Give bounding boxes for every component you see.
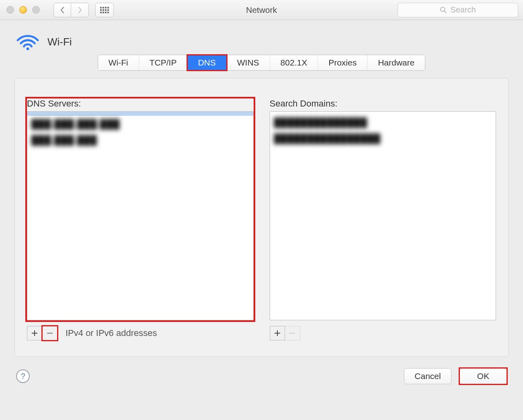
tab-hardware[interactable]: Hardware xyxy=(367,55,425,70)
search-domain-entry[interactable]: ██████████████ xyxy=(274,117,367,128)
help-button[interactable]: ? xyxy=(16,369,30,383)
remove-dns-server-button[interactable] xyxy=(42,326,57,340)
tab-proxies[interactable]: Proxies xyxy=(318,55,367,70)
svg-point-2 xyxy=(27,47,29,50)
close-window-button[interactable] xyxy=(6,6,14,14)
grid-icon xyxy=(100,7,109,13)
tab-strip: Wi-Fi TCP/IP DNS WINS 802.1X Proxies Har… xyxy=(98,55,425,71)
tab-tcpip[interactable]: TCP/IP xyxy=(139,55,188,70)
forward-button[interactable] xyxy=(71,3,89,17)
ok-button[interactable]: OK xyxy=(459,368,507,384)
tabs-container: Wi-Fi TCP/IP DNS WINS 802.1X Proxies Har… xyxy=(0,55,523,71)
titlebar: Network Search xyxy=(0,0,523,20)
wifi-icon xyxy=(16,33,39,51)
search-domains-controls xyxy=(270,326,496,340)
chevron-right-icon xyxy=(77,6,83,14)
dns-server-entry[interactable]: ███.███.███ xyxy=(31,135,97,145)
search-domains-label: Search Domains: xyxy=(270,98,496,109)
search-domains-list[interactable]: ██████████████ ████████████████ xyxy=(270,111,496,320)
minus-icon xyxy=(46,330,53,337)
dns-list-selection-band xyxy=(27,112,253,116)
show-all-button[interactable] xyxy=(95,3,114,17)
dns-servers-controls: IPv4 or IPv6 addresses xyxy=(27,326,254,340)
search-placeholder: Search xyxy=(450,5,476,14)
tab-8021x[interactable]: 802.1X xyxy=(270,55,318,70)
dns-panel: DNS Servers: ███.███.███.███ ███.███.███ xyxy=(14,78,509,357)
add-dns-server-button[interactable] xyxy=(27,326,42,340)
zoom-window-button[interactable] xyxy=(32,6,40,14)
minimize-window-button[interactable] xyxy=(19,6,27,14)
tab-wifi[interactable]: Wi-Fi xyxy=(98,55,139,70)
search-domain-entry[interactable]: ████████████████ xyxy=(274,133,381,144)
plus-icon xyxy=(31,330,38,337)
minus-icon xyxy=(289,330,296,337)
help-icon: ? xyxy=(21,372,25,381)
interface-name: Wi-Fi xyxy=(47,36,72,48)
remove-search-domain-button[interactable] xyxy=(285,326,300,340)
interface-header: Wi-Fi xyxy=(0,20,523,55)
cancel-button[interactable]: Cancel xyxy=(404,368,451,384)
svg-line-1 xyxy=(445,11,447,13)
dialog-footer: ? Cancel OK xyxy=(0,357,523,396)
tab-dns[interactable]: DNS xyxy=(187,55,226,70)
dns-servers-list[interactable]: ███.███.███.███ ███.███.███ xyxy=(27,111,254,320)
svg-point-0 xyxy=(441,7,445,11)
dns-servers-column: DNS Servers: ███.███.███.███ ███.███.███ xyxy=(27,98,254,340)
dns-servers-hint: IPv4 or IPv6 addresses xyxy=(66,328,157,338)
nav-buttons xyxy=(53,3,89,17)
back-button[interactable] xyxy=(53,3,71,17)
search-icon xyxy=(440,6,447,14)
search-domains-column: Search Domains: ██████████████ █████████… xyxy=(270,98,496,340)
traffic-lights xyxy=(6,6,40,14)
tab-wins[interactable]: WINS xyxy=(227,55,270,70)
dns-server-entry[interactable]: ███.███.███.███ xyxy=(31,119,120,129)
add-search-domain-button[interactable] xyxy=(270,326,285,340)
search-field[interactable]: Search xyxy=(398,3,518,17)
chevron-left-icon xyxy=(59,6,65,14)
dns-servers-label: DNS Servers: xyxy=(27,98,254,109)
plus-icon xyxy=(274,330,281,337)
